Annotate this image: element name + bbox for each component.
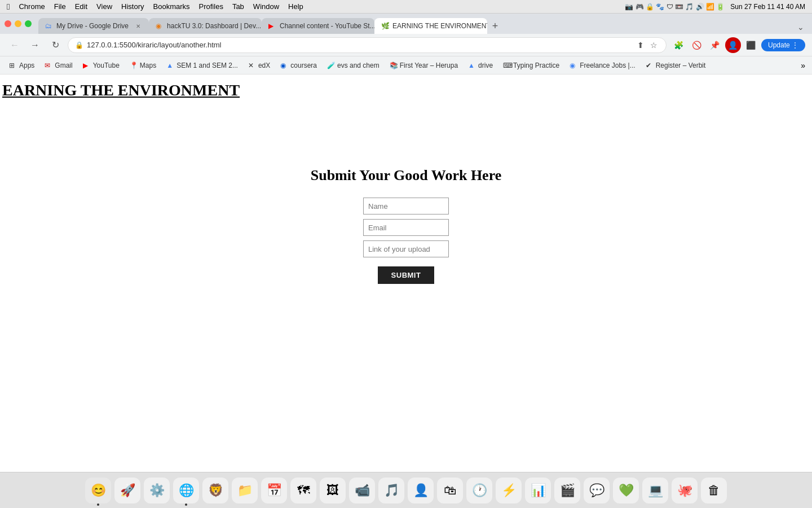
menubar-chrome[interactable]: Chrome [19,2,45,11]
chrome-right-icons: 🧩 🚫 📌 👤 ⬛ Update ⋮ [671,37,805,53]
bookmark-maps[interactable]: 📍 Maps [125,59,161,72]
dock-appstore[interactable]: 🛍 [437,478,463,503]
dock-photos[interactable]: 🖼 [320,478,346,503]
dock-finder[interactable]: 😊 [85,478,111,503]
page-content: EARNING THE ENVIRONMENT Submit Your Good… [0,75,812,472]
sidebar-toggle-icon[interactable]: ⬛ [743,37,759,53]
dock-chrome[interactable]: 🌐 [173,478,199,503]
bookmarks-more-icon[interactable]: » [798,61,807,70]
drive-favicon-icon: 🗂 [45,22,53,30]
bookmark-sem[interactable]: ▲ SEM 1 and SEM 2... [162,59,242,72]
update-button[interactable]: Update ⋮ [761,39,805,51]
dock-github[interactable]: 🐙 [672,478,698,503]
bookmark-sem-label: SEM 1 and SEM 2... [176,62,238,69]
new-tab-button[interactable]: + [487,18,503,34]
dock-imovie[interactable]: 🎬 [554,478,580,503]
tab-youtube[interactable]: ▶ Channel content - YouTube St... ✕ [262,18,374,34]
bookmark-apps[interactable]: ⊞ Apps [5,59,39,72]
tab-earn[interactable]: 🌿 EARNING THE ENVIRONMENT ✕ [374,18,487,34]
tab-expand-icon[interactable]: ⌄ [794,20,807,34]
hack-favicon-icon: ◉ [156,22,164,30]
maps-dock-icon: 🗺 [297,483,310,498]
dock-facetime[interactable]: 📹 [349,478,375,503]
firstyear-bookmark-icon: 📚 [390,62,398,69]
calendar-icon: 📅 [267,483,282,498]
minimize-button[interactable] [15,20,21,27]
dock-numbers[interactable]: 📊 [525,478,551,503]
menubar-history[interactable]: History [121,2,144,11]
menubar-file[interactable]: File [54,2,66,11]
edx-bookmark-icon: ✕ [248,62,256,69]
profile-icon[interactable]: 👤 [725,37,741,53]
photos-icon: 🖼 [326,483,339,498]
form-section: Submit Your Good Work Here SUBMIT [0,167,812,284]
address-input-wrap[interactable]: 🔒 127.0.0.1:5500/kiraric/layout/another.… [68,37,667,53]
menubar-edit[interactable]: Edit [75,2,87,11]
menubar-profiles[interactable]: Profiles [199,2,223,11]
bookmark-coursera-label: coursera [290,62,317,69]
name-input[interactable] [363,198,449,214]
bookmark-freelance[interactable]: ◉ Freelance Jobs |... [565,59,640,72]
extensions-icon[interactable]: 🧩 [671,37,687,53]
adblock-icon[interactable]: 🚫 [689,37,705,53]
bookmark-firstyear[interactable]: 📚 First Year – Herupa [385,59,462,72]
dock-calendar[interactable]: 📅 [261,478,287,503]
dock-sysprefs[interactable]: ⚙️ [144,478,170,503]
forward-button[interactable]: → [27,37,43,53]
bookmark-drive[interactable]: ▲ drive [464,59,497,72]
bookmark-freelance-label: Freelance Jobs |... [580,62,636,69]
close-button[interactable] [5,20,11,27]
dock-whatsapp[interactable]: 💚 [613,478,639,503]
bookmarks-bar: ⊞ Apps ✉ Gmail ▶ YouTube 📍 Maps ▲ SEM 1 … [0,56,812,75]
tab-drive-label: My Drive - Google Drive [56,22,129,30]
bookmark-gmail[interactable]: ✉ Gmail [40,59,77,72]
dock-contacts[interactable]: 👤 [408,478,434,503]
dock-trash[interactable]: 🗑 [701,478,727,503]
upload-link-input[interactable] [363,240,449,257]
youtube-bookmark-icon: ▶ [83,62,91,69]
address-bar: ← → ↻ 🔒 127.0.0.1:5500/kiraric/layout/an… [0,34,812,56]
share-icon[interactable]: ⬆ [636,40,646,50]
bookmark-evschem-label: evs and chem [337,62,379,69]
sysprefs-icon: ⚙️ [149,483,165,498]
dock-launchpad[interactable]: 🚀 [114,478,140,503]
bookmark-youtube[interactable]: ▶ YouTube [78,59,124,72]
menubar-view[interactable]: View [96,2,112,11]
apple-menu[interactable]:  [7,2,10,11]
pin-icon[interactable]: 📌 [707,37,723,53]
bookmark-edx[interactable]: ✕ edX [244,59,275,72]
dock-music[interactable]: 🎵 [378,478,404,503]
tab-drive[interactable]: 🗂 My Drive - Google Drive ✕ [38,18,149,34]
email-input[interactable] [363,219,449,236]
tab-drive-close-icon[interactable]: ✕ [134,22,142,30]
tab-earn-label: EARNING THE ENVIRONMENT [392,22,487,30]
dock-messages[interactable]: 💬 [584,478,610,503]
dock-shortcuts[interactable]: ⚡ [496,478,522,503]
reload-button[interactable]: ↻ [47,37,63,53]
bookmark-evschem[interactable]: 🧪 evs and chem [323,59,384,72]
numbers-icon: 📊 [531,483,546,498]
bookmark-coursera[interactable]: ◉ coursera [276,59,321,72]
dock-downloads[interactable]: 📁 [232,478,258,503]
menubar-tab[interactable]: Tab [232,2,244,11]
chrome-dock-icon: 🌐 [179,483,194,498]
menubar-help[interactable]: Help [288,2,303,11]
dock-brave[interactable]: 🦁 [202,478,228,503]
bookmark-apps-label: Apps [19,62,34,69]
bookmark-typing-label: Typing Practice [513,62,559,69]
dock-maps[interactable]: 🗺 [290,478,316,503]
submit-button[interactable]: SUBMIT [378,266,435,284]
dock-clock[interactable]: 🕐 [466,478,492,503]
bookmark-typing[interactable]: ⌨ Typing Practice [498,59,564,72]
menubar-window[interactable]: Window [253,2,279,11]
back-button[interactable]: ← [7,37,23,53]
tab-hack[interactable]: ◉ hackTU 3.0: Dashboard | Dev... ✕ [149,18,262,34]
star-icon[interactable]: ☆ [649,40,659,50]
bookmark-register[interactable]: ✔ Register – Verbit [641,59,710,72]
dock-vscode[interactable]: 💻 [642,478,668,503]
maximize-button[interactable] [25,20,32,27]
earn-favicon-icon: 🌿 [381,22,389,30]
whatsapp-icon: 💚 [619,483,634,498]
menubar-bookmarks[interactable]: Bookmarks [153,2,190,11]
brave-icon: 🦁 [208,483,223,498]
